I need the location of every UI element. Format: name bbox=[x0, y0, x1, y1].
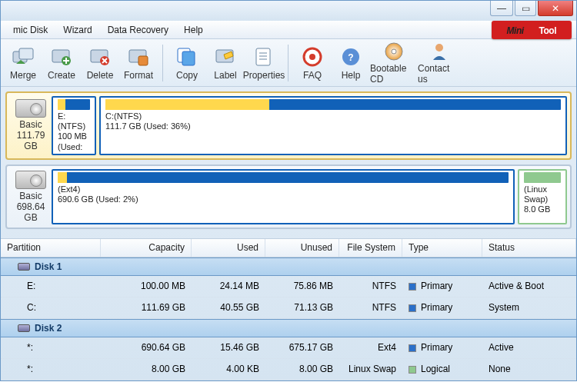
menu-dynamic-disk[interactable]: mic Disk bbox=[5, 22, 55, 38]
svg-rect-7 bbox=[138, 56, 148, 65]
properties-button[interactable]: Properties bbox=[245, 42, 283, 85]
disk-row[interactable]: Basic698.64 GB(Ext4)690.6 GB (Used: 2%)(… bbox=[5, 164, 572, 229]
disk-group-header[interactable]: Disk 2 bbox=[1, 319, 576, 337]
copy-icon bbox=[175, 45, 198, 68]
svg-point-21 bbox=[435, 44, 443, 51]
format-icon bbox=[127, 45, 150, 68]
menubar: mic Disk Wizard Data Recovery Help MiniT… bbox=[1, 21, 576, 39]
col-type[interactable]: Type bbox=[402, 239, 482, 257]
menu-data-recovery[interactable]: Data Recovery bbox=[100, 22, 176, 38]
create-button[interactable]: Create bbox=[42, 42, 81, 85]
logo: MiniTool bbox=[492, 21, 572, 39]
help-icon: ? bbox=[339, 45, 362, 68]
label-icon bbox=[214, 45, 237, 68]
col-unused[interactable]: Unused bbox=[265, 239, 339, 257]
svg-rect-1 bbox=[19, 48, 33, 59]
merge-icon bbox=[12, 45, 35, 68]
col-used[interactable]: Used bbox=[192, 239, 265, 257]
partition-block[interactable]: C:(NTFS)111.7 GB (Used: 36%) bbox=[99, 96, 567, 155]
main-window: — ▭ ✕ mic Disk Wizard Data Recovery Help… bbox=[0, 0, 577, 381]
toolbar-separator bbox=[288, 45, 288, 81]
table-row[interactable]: *:8.00 GB4.00 KB8.00 GBLinux SwapLogical… bbox=[1, 359, 576, 380]
format-button[interactable]: Format bbox=[119, 42, 158, 85]
create-icon bbox=[50, 45, 73, 68]
disk-partitions: E:(NTFS)100 MB (Used:C:(NTFS)111.7 GB (U… bbox=[52, 96, 567, 155]
disk-icon: Basic111.79 GB bbox=[10, 98, 52, 153]
maximize-button[interactable]: ▭ bbox=[515, 1, 536, 16]
merge-button[interactable]: Merge bbox=[4, 42, 42, 85]
partition-table: Partition Capacity Used Unused File Syst… bbox=[1, 238, 576, 380]
partition-block[interactable]: E:(NTFS)100 MB (Used: bbox=[52, 96, 96, 155]
disk-partitions: (Ext4)690.6 GB (Used: 2%)(Linux Swap)8.0… bbox=[52, 169, 567, 224]
partition-block[interactable]: (Ext4)690.6 GB (Used: 2%) bbox=[52, 169, 515, 224]
cd-icon bbox=[382, 42, 405, 61]
table-row[interactable]: *:690.64 GB15.46 GB675.17 GBExt4PrimaryA… bbox=[1, 337, 576, 359]
table-body: Disk 1E:100.00 MB24.14 MB75.86 MBNTFSPri… bbox=[1, 257, 576, 380]
properties-icon bbox=[252, 45, 275, 68]
svg-text:?: ? bbox=[348, 52, 353, 63]
contact-button[interactable]: Contact us bbox=[418, 42, 461, 85]
minimize-button[interactable]: — bbox=[490, 1, 513, 16]
disk-icon: Basic698.64 GB bbox=[10, 169, 52, 224]
menu-help[interactable]: Help bbox=[176, 22, 211, 38]
table-row[interactable]: C:111.69 GB40.55 GB71.13 GBNTFSPrimarySy… bbox=[1, 297, 576, 319]
disk-group-header[interactable]: Disk 1 bbox=[1, 257, 576, 276]
disk-small-icon bbox=[18, 263, 30, 271]
table-row[interactable]: E:100.00 MB24.14 MB75.86 MBNTFSPrimaryAc… bbox=[1, 276, 576, 297]
help-button[interactable]: ? Help bbox=[332, 42, 370, 85]
bootable-cd-button[interactable]: Bootable CD bbox=[370, 42, 418, 85]
titlebar: — ▭ ✕ bbox=[1, 1, 576, 21]
svg-point-16 bbox=[309, 54, 315, 60]
menu-wizard[interactable]: Wizard bbox=[55, 22, 99, 38]
disk-row[interactable]: Basic111.79 GBE:(NTFS)100 MB (Used:C:(NT… bbox=[5, 91, 572, 160]
svg-rect-11 bbox=[256, 48, 270, 65]
copy-button[interactable]: Copy bbox=[168, 42, 206, 85]
svg-rect-9 bbox=[182, 51, 195, 65]
disk-small-icon bbox=[18, 324, 30, 332]
delete-icon bbox=[88, 45, 112, 68]
faq-button[interactable]: FAQ bbox=[293, 42, 332, 85]
delete-button[interactable]: Delete bbox=[81, 42, 119, 85]
label-button[interactable]: Label bbox=[206, 42, 245, 85]
faq-icon bbox=[301, 45, 324, 68]
table-header: Partition Capacity Used Unused File Syst… bbox=[1, 239, 576, 257]
contact-icon bbox=[428, 42, 451, 61]
svg-point-20 bbox=[392, 49, 396, 54]
col-filesystem[interactable]: File System bbox=[339, 239, 402, 257]
col-status[interactable]: Status bbox=[482, 239, 576, 257]
col-partition[interactable]: Partition bbox=[1, 239, 101, 257]
close-button[interactable]: ✕ bbox=[538, 1, 573, 16]
partition-block[interactable]: (Linux Swap)8.0 GB bbox=[518, 169, 567, 224]
col-capacity[interactable]: Capacity bbox=[101, 239, 192, 257]
toolbar-separator bbox=[162, 45, 163, 81]
disk-map-area: Basic111.79 GBE:(NTFS)100 MB (Used:C:(NT… bbox=[1, 87, 576, 238]
toolbar: Merge Create Delete Format Copy Label Pr… bbox=[1, 39, 576, 87]
